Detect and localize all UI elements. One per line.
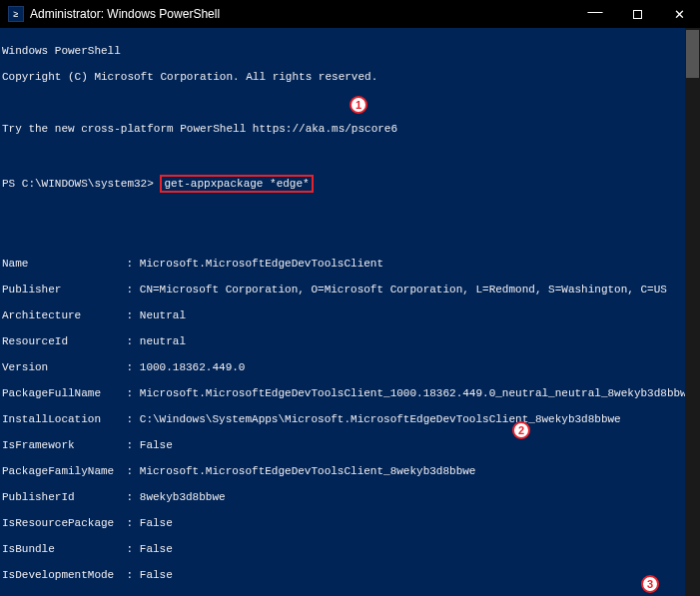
output-row: Architecture : Neutral <box>2 309 696 322</box>
powershell-icon: ≥ <box>8 6 24 22</box>
header-line: Try the new cross-platform PowerShell ht… <box>2 123 696 136</box>
output-row: IsFramework : False <box>2 439 696 452</box>
header-line: Copyright (C) Microsoft Corporation. All… <box>2 71 696 84</box>
window-title: Administrator: Windows PowerShell <box>30 7 220 21</box>
output-row: Version : 1000.18362.449.0 <box>2 361 696 374</box>
output-row: Publisher : CN=Microsoft Corporation, O=… <box>2 284 696 297</box>
output-row: Name : Microsoft.MicrosoftEdgeDevToolsCl… <box>2 258 696 271</box>
command-highlight-1: get-appxpackage *edge* <box>160 175 313 193</box>
output-row: PublisherId : 8wekyb3d8bbwe <box>2 491 696 504</box>
output-row: ResourceId : neutral <box>2 335 696 348</box>
scrollbar-track[interactable] <box>685 28 700 596</box>
prompt-line-1: PS C:\WINDOWS\system32> get-appxpackage … <box>2 175 696 193</box>
annotation-badge-3: 3 <box>641 575 659 593</box>
output-row: InstallLocation : C:\Windows\SystemApps\… <box>2 413 696 426</box>
annotation-badge-1: 1 <box>350 96 367 114</box>
prompt-path: PS C:\WINDOWS\system32> <box>2 178 154 190</box>
output-row: IsResourcePackage : False <box>2 517 696 530</box>
terminal-output[interactable]: Windows PowerShell Copyright (C) Microso… <box>0 28 700 596</box>
close-button[interactable]: ✕ <box>658 0 700 28</box>
header-line: Windows PowerShell <box>2 45 696 58</box>
window-controls: — ✕ <box>574 0 700 28</box>
annotation-badge-2: 2 <box>512 421 530 439</box>
output-row: IsDevelopmentMode : False <box>2 569 696 582</box>
powershell-window: ≥ Administrator: Windows PowerShell — ✕ … <box>0 0 700 596</box>
titlebar[interactable]: ≥ Administrator: Windows PowerShell — ✕ <box>0 0 700 28</box>
output-row: PackageFullName : Microsoft.MicrosoftEdg… <box>2 387 696 400</box>
maximize-button[interactable] <box>616 0 658 28</box>
scrollbar-thumb[interactable] <box>686 30 699 78</box>
output-row: IsBundle : False <box>2 543 696 556</box>
minimize-button[interactable]: — <box>574 0 616 24</box>
output-row: PackageFamilyName : Microsoft.MicrosoftE… <box>2 465 696 478</box>
